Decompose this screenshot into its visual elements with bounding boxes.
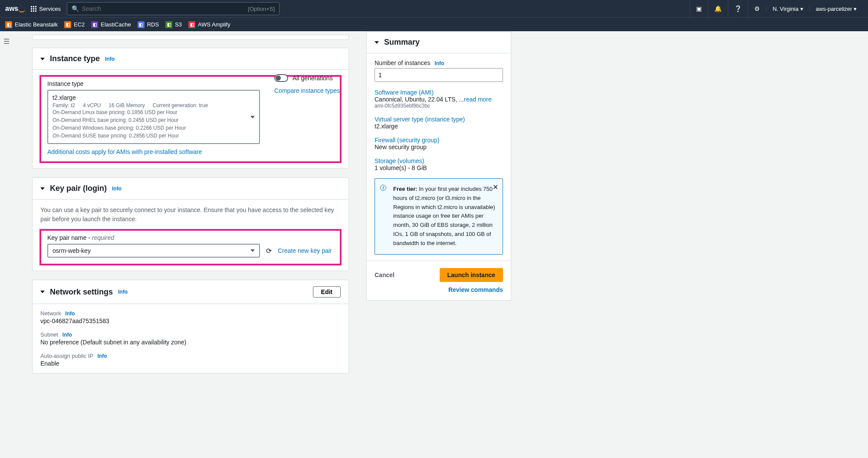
instance-type-select[interactable]: t2.xlarge Family: t2 4 vCPU 16 GiB Memor…	[47, 90, 260, 144]
firewall-value: New security group	[375, 144, 503, 150]
summary-panel: Summary Number of instances Info Softwar…	[366, 31, 511, 301]
network-label: Network Info	[40, 310, 341, 317]
info-link[interactable]: Info	[105, 56, 115, 62]
summary-title: Summary	[384, 38, 420, 47]
services-label: Services	[39, 6, 61, 12]
storage-link[interactable]: Storage (volumes)	[375, 157, 503, 164]
refresh-icon[interactable]: ⟳	[266, 247, 272, 255]
fav-s3[interactable]: ◧S3	[165, 21, 182, 28]
aws-logo[interactable]: aws⏝	[5, 5, 25, 13]
info-link[interactable]: Info	[65, 311, 75, 317]
favorites-bar: ◧Elastic Beanstalk ◧EC2 ◧ElastiCache ◧RD…	[0, 17, 868, 31]
read-more-link[interactable]: read more	[464, 96, 492, 103]
keypair-select[interactable]: osrm-web-key	[47, 244, 260, 258]
collapse-icon[interactable]	[375, 41, 379, 44]
network-title: Network settings	[50, 288, 113, 297]
keypair-description: You can use a key pair to securely conne…	[40, 206, 341, 224]
info-link[interactable]: Info	[434, 60, 444, 66]
help-icon[interactable]: ❔	[728, 0, 748, 17]
sidebar-toggle[interactable]: ☰	[0, 31, 13, 395]
num-instances-input[interactable]	[375, 68, 503, 82]
info-icon: i	[380, 185, 386, 191]
keypair-panel: Key pair (login) Info You can use a key …	[32, 177, 349, 271]
collapse-icon[interactable]	[40, 187, 45, 190]
edit-button[interactable]: Edit	[313, 286, 341, 298]
fav-elastic-beanstalk[interactable]: ◧Elastic Beanstalk	[5, 21, 58, 28]
ami-id: ami-0fc5d935ebf8bc3bc	[375, 103, 503, 109]
notifications-icon[interactable]: 🔔	[708, 0, 728, 17]
compare-instance-types-link[interactable]: Compare instance types	[274, 87, 340, 94]
vst-value: t2.xlarge	[375, 123, 503, 130]
search-icon: 🔍	[72, 5, 79, 12]
services-menu[interactable]: Services	[31, 6, 61, 12]
region-selector[interactable]: N. Virginia ▾	[766, 6, 809, 12]
cancel-button[interactable]: Cancel	[375, 272, 395, 278]
subnet-label: Subnet Info	[40, 331, 341, 338]
keypair-label: Key pair name - required	[47, 234, 334, 241]
collapse-icon[interactable]	[40, 291, 45, 293]
fav-elasticache[interactable]: ◧ElastiCache	[91, 21, 131, 28]
close-icon[interactable]: ✕	[493, 183, 498, 191]
vst-link[interactable]: Virtual server type (instance type)	[375, 116, 503, 123]
top-navbar: aws⏝ Services 🔍 [Option+S] ▣ 🔔 ❔ ⚙ N. Vi…	[0, 0, 868, 17]
free-tier-notice: i ✕ Free tier: In your first year includ…	[375, 178, 503, 255]
info-link[interactable]: Info	[98, 353, 107, 359]
autoip-label: Auto-assign public IP Info	[40, 353, 341, 359]
grid-icon	[31, 6, 36, 12]
ami-link[interactable]: Software Image (AMI)	[375, 89, 503, 96]
info-link[interactable]: Info	[62, 332, 72, 338]
instance-type-selected: t2.xlarge	[53, 94, 245, 101]
autoip-value: Enable	[40, 360, 341, 367]
num-instances-label: Number of instances	[375, 59, 430, 66]
collapse-icon[interactable]	[40, 58, 45, 60]
keypair-highlight: Key pair name - required osrm-web-key ⟳ …	[39, 229, 342, 265]
review-commands-link[interactable]: Review commands	[375, 286, 503, 293]
keypair-title: Key pair (login)	[50, 184, 107, 193]
network-panel: Network settings Info Edit Network Info …	[32, 280, 349, 373]
storage-value: 1 volume(s) - 8 GiB	[375, 164, 503, 171]
account-menu[interactable]: aws-parcelizer ▾	[809, 6, 863, 12]
fav-amplify[interactable]: ◧AWS Amplify	[188, 21, 230, 28]
create-keypair-link[interactable]: Create new key pair	[278, 247, 332, 254]
network-value: vpc-046827aad75351583	[40, 317, 341, 324]
all-generations-label: All generations	[293, 75, 333, 82]
settings-icon[interactable]: ⚙	[748, 0, 766, 17]
all-generations-toggle[interactable]	[274, 74, 288, 82]
fav-rds[interactable]: ◧RDS	[138, 21, 159, 28]
chevron-down-icon	[250, 116, 255, 118]
info-link[interactable]: Info	[118, 289, 128, 295]
instance-type-title: Instance type	[50, 54, 100, 63]
previous-panel-edge	[32, 35, 349, 40]
search-box[interactable]: 🔍 [Option+S]	[67, 2, 279, 15]
instance-type-panel: Instance type Info Instance type t2.xlar…	[32, 48, 349, 169]
launch-instance-button[interactable]: Launch instance	[440, 268, 503, 282]
subnet-value: No preference (Default subnet in any ava…	[40, 339, 341, 346]
firewall-link[interactable]: Firewall (security group)	[375, 137, 503, 144]
cloudshell-icon[interactable]: ▣	[690, 0, 708, 17]
info-link[interactable]: Info	[112, 186, 122, 192]
additional-costs-link[interactable]: Additional costs apply for AMIs with pre…	[47, 148, 334, 155]
free-tier-text: Free tier: In your first year includes 7…	[393, 185, 496, 248]
search-input[interactable]	[82, 5, 248, 12]
fav-ec2[interactable]: ◧EC2	[64, 21, 85, 28]
search-shortcut: [Option+S]	[248, 6, 275, 12]
chevron-down-icon	[250, 249, 255, 252]
ami-value: Canonical, Ubuntu, 22.04 LTS, ...read mo…	[375, 96, 503, 103]
